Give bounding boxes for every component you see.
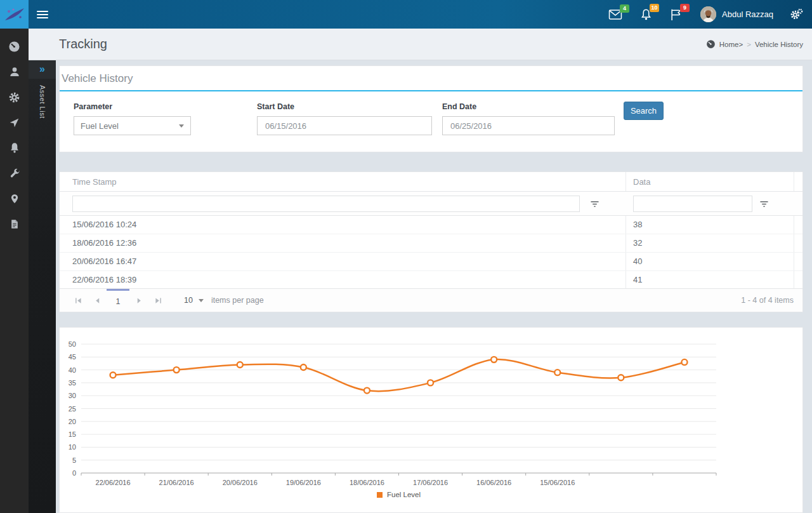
svg-text:35: 35 [69,379,76,387]
svg-text:40: 40 [69,366,76,374]
user-avatar[interactable] [700,6,716,22]
avatar-image [700,6,716,22]
navigation-arrow-icon [9,117,20,128]
legend-swatch-icon [377,492,383,498]
cell-data: 38 [633,216,642,234]
table-row[interactable]: 20/06/2016 16:47 40 [60,253,802,271]
svg-text:0: 0 [72,469,76,477]
sidebar-item-tracking[interactable] [0,110,29,135]
parameter-dropdown[interactable]: Fuel Level [74,116,191,135]
grid-header-row: Time Stamp Data [60,172,802,192]
document-icon [10,218,20,230]
start-date-group: Start Date [257,102,432,135]
pager-first-button[interactable] [69,289,88,312]
messages-button[interactable]: 4 [608,9,622,20]
cell-timestamp: 18/06/2016 12:36 [72,234,136,252]
svg-text:45: 45 [69,353,76,361]
asset-list-label[interactable]: Asset List [39,85,46,119]
sidebar-item-alerts[interactable] [0,135,29,161]
svg-text:15: 15 [69,430,76,438]
breadcrumb-home[interactable]: Home> [719,41,743,48]
cell-data: 40 [633,253,642,270]
sidebar-item-settings[interactable] [0,84,29,110]
svg-text:50: 50 [69,340,76,348]
cell-timestamp: 22/06/2016 18:39 [72,271,136,289]
column-header-data[interactable]: Data [633,172,650,192]
menu-toggle-icon[interactable] [37,9,48,20]
logo-swoosh-icon [3,5,26,24]
end-date-group: End Date [442,102,615,135]
search-button[interactable]: Search [624,102,664,120]
top-navbar: 4 10 9 Abdul Razzaq [29,0,812,29]
map-marker-icon [10,193,20,204]
page-title: Tracking [59,37,107,51]
legend-label: Fuel Level [387,491,421,498]
expand-panel-chevrons-icon[interactable]: » [29,60,56,79]
chart-legend[interactable]: Fuel Level [81,491,716,498]
parameter-value: Fuel Level [81,121,119,131]
table-row[interactable]: 22/06/2016 18:39 41 [60,271,802,290]
table-row[interactable]: 18/06/2016 12:36 32 [60,234,802,253]
sidebar-item-reports[interactable] [0,211,29,237]
start-date-input[interactable] [257,116,432,135]
start-date-label: Start Date [257,102,432,111]
main-sidebar [0,29,29,513]
pager-prev-button[interactable] [88,289,107,312]
filter-form: Parameter Fuel Level Start Date End Date… [60,91,802,150]
app-logo[interactable] [0,0,29,29]
user-name[interactable]: Abdul Razzaq [722,10,773,19]
page-size-dropdown[interactable]: 10 [184,296,204,305]
grid-filter-row [60,192,802,216]
svg-text:16/06/2016: 16/06/2016 [476,479,511,486]
line-chart[interactable]: 0510152025303540455022/06/201621/06/2016… [60,328,804,490]
parameter-label: Parameter [74,102,191,111]
end-date-label: End Date [442,102,615,111]
svg-text:5: 5 [72,456,76,464]
filter-icon[interactable] [590,199,599,211]
pager-range-label: 1 - 4 of 4 items [741,296,794,305]
chevron-down-icon [179,124,184,128]
sidebar-item-users[interactable] [0,59,29,84]
dashboard-gauge-icon [8,41,20,53]
user-icon [9,66,20,77]
messages-badge: 4 [620,4,629,13]
pager-next-button[interactable] [129,289,148,312]
results-grid: Time Stamp Data 15/06/2016 10:24 38 18/0… [59,171,803,312]
sidebar-item-dashboard[interactable] [0,34,29,59]
cell-timestamp: 15/06/2016 10:24 [72,216,136,234]
filter-icon[interactable] [759,199,769,211]
svg-text:21/06/2016: 21/06/2016 [159,479,194,486]
svg-text:20: 20 [69,418,76,425]
sidebar-item-tools[interactable] [0,161,29,186]
data-filter-input[interactable] [633,196,752,212]
vehicle-tracking-app: { "topbar": { "user_name": "Abdul Razzaq… [0,0,812,513]
pager-last-button[interactable] [148,289,167,312]
sidebar-item-locations[interactable] [0,186,29,211]
breadcrumb-separator: > [747,41,751,48]
breadcrumb-current: Vehicle History [755,41,803,48]
svg-text:19/06/2016: 19/06/2016 [286,479,321,486]
svg-text:17/06/2016: 17/06/2016 [413,479,448,486]
table-row[interactable]: 15/06/2016 10:24 38 [60,216,802,234]
page-size-value: 10 [184,296,193,305]
pager-page-1[interactable]: 1 [107,289,129,312]
svg-text:15/06/2016: 15/06/2016 [540,479,575,486]
timestamp-filter-input[interactable] [72,196,580,212]
parameter-group: Parameter Fuel Level [74,102,191,135]
settings-cogs-icon[interactable] [790,8,803,21]
notifications-badge: 10 [650,4,659,12]
svg-text:25: 25 [69,405,76,413]
vehicle-history-panel: Vehicle History Parameter Fuel Level Sta… [59,65,803,152]
end-date-input[interactable] [442,116,615,135]
topbar-actions: 4 10 9 Abdul Razzaq [608,6,812,22]
cell-data: 41 [633,271,642,289]
flags-button[interactable]: 9 [670,8,683,21]
gear-icon [8,91,20,103]
chevron-down-icon [199,299,204,302]
column-header-timestamp[interactable]: Time Stamp [72,172,117,192]
notifications-button[interactable]: 10 [640,8,652,21]
svg-text:30: 30 [69,392,76,399]
wrench-icon [9,168,20,179]
svg-text:18/06/2016: 18/06/2016 [350,479,384,486]
panel-title: Vehicle History [60,66,802,91]
